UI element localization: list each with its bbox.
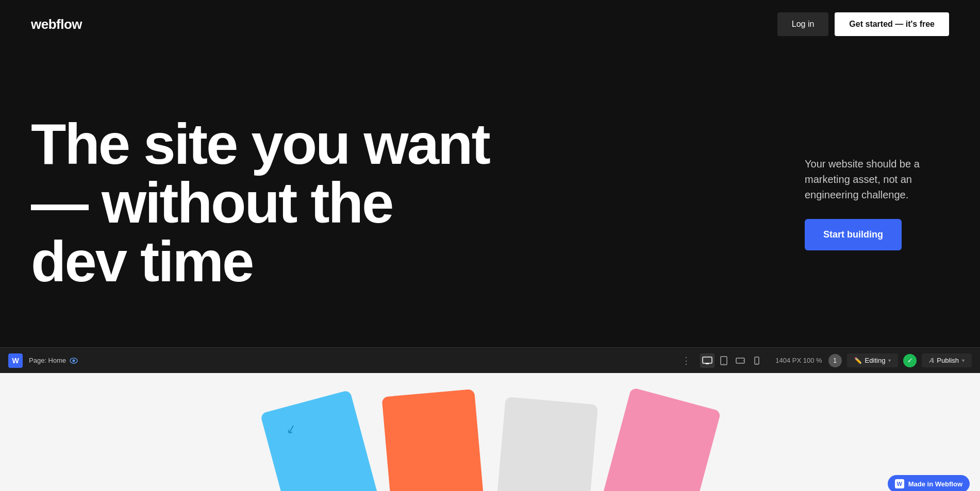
made-in-webflow-badge[interactable]: W Made in Webflow [888, 475, 970, 491]
editing-chevron-icon: ▾ [888, 358, 891, 363]
hero-subtext: Your website should be a marketing asset… [805, 156, 949, 202]
svg-rect-3 [706, 363, 709, 364]
made-in-webflow-text: Made in Webflow [908, 480, 962, 488]
hero-right: Your website should be a marketing asset… [774, 156, 949, 250]
notification-badge[interactable]: 1 [828, 354, 842, 367]
login-button[interactable]: Log in [777, 12, 829, 36]
canvas-size-info: 1404 PX 100 % [775, 357, 822, 364]
card-orange [381, 389, 484, 491]
svg-point-5 [723, 363, 724, 364]
svg-point-7 [743, 360, 744, 361]
webflow-w-icon: W [8, 353, 23, 368]
desktop-viewport-button[interactable] [700, 353, 715, 368]
webflow-badge-w-icon: W [895, 479, 904, 488]
svg-point-9 [757, 363, 757, 363]
nav-actions: Log in Get started — it's free [777, 12, 949, 36]
tablet-viewport-button[interactable] [717, 353, 731, 368]
hero-left: The site you want — without the dev time [31, 115, 495, 292]
mobile-portrait-viewport-button[interactable] [750, 353, 764, 368]
editing-button[interactable]: ✏️ Editing ▾ [847, 353, 899, 367]
publish-status-check-icon: ✓ [903, 354, 917, 367]
get-started-button[interactable]: Get started — it's free [835, 12, 949, 36]
start-building-button[interactable]: Start building [805, 219, 902, 250]
logo: webflow [31, 16, 82, 32]
more-options-icon[interactable]: ⋮ [678, 355, 694, 366]
editor-right-actions: 1 ✏️ Editing ▾ ✓ 𝔸 Publish ▾ [828, 353, 972, 367]
viewport-controls [700, 353, 764, 368]
page-label: Page: Home [29, 356, 78, 365]
card-blue [260, 390, 379, 491]
publish-chevron-icon: ▾ [962, 358, 965, 363]
svg-rect-6 [736, 358, 744, 363]
publish-a-icon: 𝔸 [929, 357, 934, 364]
pencil-icon: ✏️ [854, 357, 862, 364]
card-container [289, 403, 691, 491]
hero-section: The site you want — without the dev time… [0, 48, 980, 347]
mobile-landscape-viewport-button[interactable] [733, 353, 748, 368]
editing-label: Editing [865, 357, 886, 364]
canvas-preview: W Made in Webflow [0, 373, 980, 491]
publish-button[interactable]: 𝔸 Publish ▾ [922, 353, 972, 367]
svg-rect-2 [703, 357, 712, 363]
card-gray [495, 397, 597, 491]
publish-label: Publish [937, 357, 959, 364]
navbar: webflow Log in Get started — it's free [0, 0, 980, 48]
hero-headline: The site you want — without the dev time [31, 115, 495, 292]
svg-point-1 [73, 359, 75, 362]
card-pink [602, 387, 721, 491]
editor-bar: W Page: Home ⋮ [0, 347, 980, 373]
eye-icon[interactable] [69, 356, 78, 365]
